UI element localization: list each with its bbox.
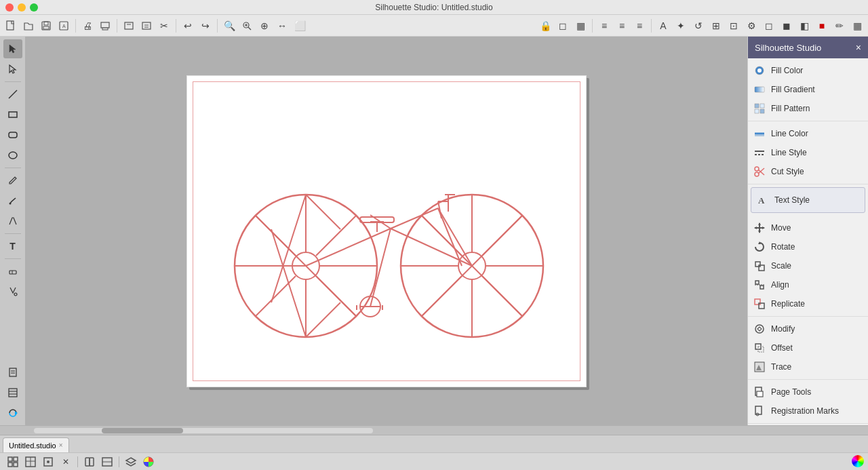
panel-close-button[interactable]: × (856, 42, 861, 53)
align-center-button[interactable]: ≡ (614, 18, 630, 34)
trace-item[interactable]: Trace (748, 357, 868, 376)
modify-icon (753, 323, 766, 335)
open-button[interactable] (20, 18, 37, 34)
outline-button[interactable]: ◻ (555, 18, 571, 34)
snap-button[interactable]: ✦ (673, 18, 689, 34)
undo-button[interactable]: ↩ (180, 18, 196, 34)
fill-gradient-item[interactable]: Fill Gradient (748, 80, 868, 99)
svg-point-93 (755, 167, 759, 171)
pencil-tool-button[interactable] (3, 171, 22, 190)
align-right-button[interactable]: ≡ (631, 18, 648, 34)
paint-bucket-tool-button[interactable] (3, 282, 22, 301)
group-button[interactable]: ⊞ (708, 18, 724, 34)
color-wheel-indicator[interactable] (852, 455, 864, 467)
save-button[interactable] (38, 18, 54, 34)
minimize-button[interactable] (18, 3, 26, 12)
pen-tool-button[interactable] (3, 191, 22, 210)
group-statusbar-button[interactable] (5, 454, 20, 469)
text-style-item[interactable]: A Text Style (751, 191, 865, 210)
h-scrollbar-thumb[interactable] (102, 428, 183, 433)
save-as-button[interactable]: A (56, 18, 72, 34)
snap-statusbar-button[interactable] (41, 454, 56, 469)
color-swatch-statusbar[interactable] (141, 454, 156, 469)
pointer-tool-button[interactable] (3, 39, 22, 58)
page-tools-label: Page Tools (771, 387, 811, 397)
statusbar-sep-2 (119, 456, 119, 467)
cut-button[interactable]: ✂ (156, 18, 172, 34)
pencil-toolbar-button[interactable]: ✏ (831, 18, 848, 34)
scroll-area[interactable] (0, 425, 868, 435)
close-statusbar-button[interactable]: ✕ (58, 454, 73, 469)
fill-color-swatch[interactable]: ■ (814, 18, 830, 34)
separator-1 (75, 19, 76, 33)
replicate-label: Replicate (771, 299, 805, 309)
line-color-icon (753, 128, 766, 140)
maximize-button[interactable] (30, 3, 38, 12)
print-button[interactable]: 🖨 (79, 18, 96, 34)
ungroup-button[interactable]: ⊡ (726, 18, 742, 34)
replicate-item[interactable]: Replicate (748, 294, 868, 313)
grid-button[interactable]: ▦ (572, 18, 589, 34)
move-item[interactable]: Move (748, 218, 868, 237)
eraser-tool-button[interactable] (3, 262, 22, 281)
page-size-button[interactable] (3, 363, 22, 382)
library-button[interactable] (138, 18, 155, 34)
align-left-button[interactable]: ≡ (596, 18, 612, 34)
offset-item[interactable]: Offset (748, 338, 868, 357)
fill-solid-button[interactable]: ◼ (778, 18, 795, 34)
fill-half-button[interactable]: ◧ (796, 18, 812, 34)
print-cut-button[interactable] (97, 18, 113, 34)
lock-button[interactable]: 🔒 (537, 18, 553, 34)
rounded-rect-tool-button[interactable] (3, 125, 22, 144)
rect-tool-button[interactable] (3, 105, 22, 124)
fill-toolbar-button[interactable]: ◻ (761, 18, 777, 34)
text-tool-button[interactable]: T (3, 237, 22, 256)
redo-button[interactable]: ↪ (197, 18, 214, 34)
registration-marks-item[interactable]: Registration Marks (748, 402, 868, 420)
scale-item[interactable]: Scale (748, 256, 868, 275)
modify-item[interactable]: Modify (748, 319, 868, 338)
svg-rect-28 (9, 389, 17, 397)
line-tool-button[interactable] (3, 85, 22, 104)
settings-button[interactable]: ⚙ (743, 18, 760, 34)
canvas-area[interactable] (26, 37, 747, 425)
svg-rect-2 (44, 22, 48, 25)
line-style-item[interactable]: Line Style (748, 143, 868, 162)
svg-rect-127 (85, 458, 90, 466)
merge-button[interactable] (100, 454, 115, 469)
node-edit-tool-button[interactable] (3, 60, 22, 79)
tab-untitled[interactable]: Untitled.studio × (3, 437, 69, 452)
cut-style-item[interactable]: Cut Style (748, 162, 868, 181)
svg-line-44 (306, 302, 340, 337)
align-item[interactable]: Align (748, 275, 868, 294)
text-toolbar-button[interactable]: A (655, 18, 671, 34)
rotate-view-button[interactable]: ↔ (274, 18, 290, 34)
close-button[interactable] (5, 3, 14, 12)
canvas-paper[interactable] (186, 75, 587, 387)
knife-tool-button[interactable] (82, 454, 97, 469)
tab-close-button[interactable]: × (59, 442, 63, 449)
page-tools-item[interactable]: Page Tools (748, 383, 868, 402)
svg-line-17 (9, 90, 17, 98)
zoom-in-button[interactable] (239, 18, 255, 34)
library-panel-button[interactable] (3, 383, 22, 402)
calligraphy-tool-button[interactable] (3, 212, 22, 231)
ellipse-tool-button[interactable] (3, 146, 22, 165)
fill-pattern-item[interactable]: Fill Pattern (748, 99, 868, 118)
new-button[interactable] (3, 18, 19, 34)
zoom-out-button[interactable]: 🔍 (221, 18, 237, 34)
grid-statusbar-button[interactable] (23, 454, 38, 469)
svg-point-20 (9, 152, 17, 159)
window-controls[interactable] (5, 3, 38, 12)
rotate-item[interactable]: Rotate (748, 237, 868, 256)
offset-toolbar-button[interactable]: ↺ (690, 18, 707, 34)
fit-page-button[interactable]: ⬜ (292, 18, 308, 34)
sync-button[interactable] (3, 404, 22, 423)
layers-button[interactable] (123, 454, 138, 469)
svg-rect-86 (760, 104, 764, 108)
line-color-item[interactable]: Line Color (748, 124, 868, 143)
send-button[interactable] (121, 18, 137, 34)
grid2-button[interactable]: ▦ (849, 18, 865, 34)
zoom-fit-button[interactable]: ⊕ (256, 18, 273, 34)
fill-color-item[interactable]: Fill Color (748, 61, 868, 80)
